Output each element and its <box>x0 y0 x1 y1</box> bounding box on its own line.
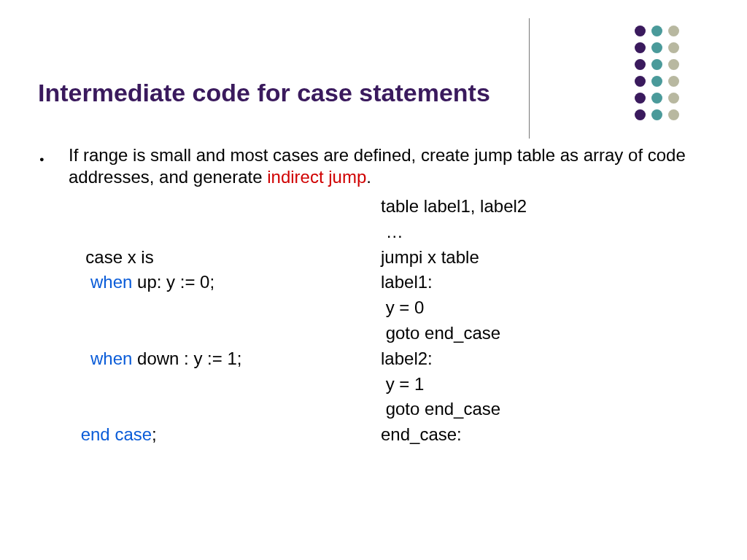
code-right: table label1, label2 <box>381 194 709 219</box>
code-text: down : y := 1; <box>132 349 241 368</box>
code-text: up: y := 0; <box>132 272 214 292</box>
keyword-when: when <box>90 272 132 292</box>
keyword-end-case: end case <box>81 424 152 444</box>
code-indent <box>76 349 90 368</box>
code-right: jumpi x table <box>381 245 709 271</box>
decorative-dots <box>635 26 679 126</box>
code-right: … <box>381 219 709 245</box>
decorative-divider <box>529 18 530 139</box>
code-columns: table label1, label2 … case x isjumpi x … <box>38 194 709 448</box>
code-left <box>38 219 381 245</box>
slide-title: Intermediate code for case statements <box>38 79 490 107</box>
code-right: end_case: <box>381 422 709 448</box>
code-left: when down : y := 1; <box>38 346 381 372</box>
code-left <box>38 321 381 346</box>
bullet-text: If range is small and most cases are def… <box>69 144 709 188</box>
bullet-item: If range is small and most cases are def… <box>38 144 709 188</box>
code-left <box>38 295 381 321</box>
code-right: y = 0 <box>381 295 709 321</box>
code-left <box>38 397 381 422</box>
code-indent <box>76 272 90 292</box>
bullet-post: . <box>366 167 371 187</box>
keyword-when: when <box>90 349 132 368</box>
bullet-pre: If range is small and most cases are def… <box>69 145 686 187</box>
code-left: case x is <box>38 245 381 271</box>
code-right: goto end_case <box>381 397 709 422</box>
code-right: label2: <box>381 346 709 372</box>
bullet-dot <box>38 144 69 188</box>
code-left: end case; <box>38 422 381 448</box>
code-left: when up: y := 0; <box>38 270 381 295</box>
bullet-highlight: indirect jump <box>267 167 366 187</box>
code-right: label1: <box>381 270 709 295</box>
code-right: y = 1 <box>381 372 709 397</box>
code-text: ; <box>152 424 157 444</box>
code-left <box>38 194 381 219</box>
slide-body: If range is small and most cases are def… <box>38 144 709 448</box>
code-left <box>38 372 381 397</box>
code-right: goto end_case <box>381 321 709 346</box>
code-indent <box>76 424 81 444</box>
